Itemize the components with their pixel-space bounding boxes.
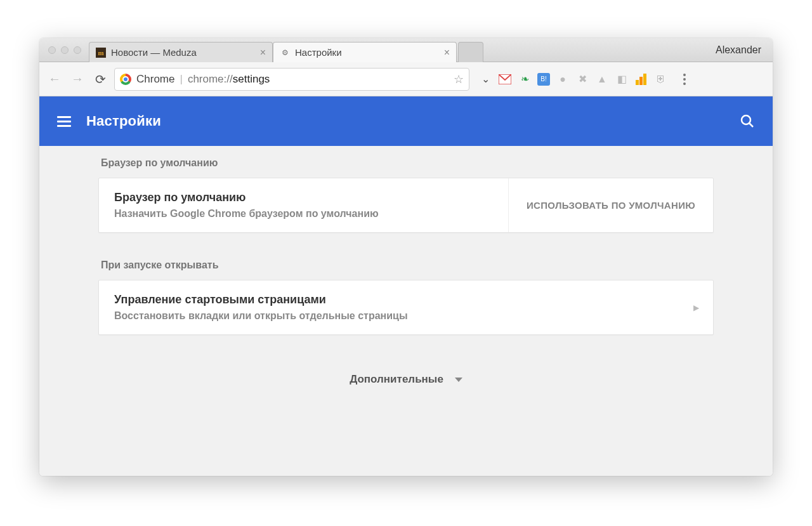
shield-icon[interactable]: ⛨ [654,72,668,86]
section-title: Браузер по умолчанию [98,157,714,178]
gmail-icon[interactable] [498,72,512,86]
browser-window: m Новости — Meduza × ⚙ Настройки × Alexa… [39,38,773,476]
menu-icon[interactable] [57,116,71,127]
gear-icon: ⚙ [280,48,290,58]
omnibox-origin: Chrome [136,73,174,86]
card-title: Браузер по умолчанию [114,191,493,204]
analytics-icon[interactable] [634,72,648,86]
tab-meduza[interactable]: m Новости — Meduza × [89,42,273,62]
card-subtitle: Восстановить вкладки или открыть отдельн… [114,310,678,322]
reload-button[interactable]: ⟳ [91,70,109,88]
chevron-right-icon: ▶ [693,280,713,334]
forward-button[interactable]: → [69,70,86,88]
svg-point-4 [742,115,750,124]
close-window-button[interactable] [48,46,56,54]
page-title: Настройки [86,113,161,129]
maximize-window-button[interactable] [74,46,81,54]
section-on-startup: При запуске открывать Управление стартов… [98,260,714,335]
omnibox-url: chrome://settings [188,73,270,86]
tab-title: Настройки [295,47,342,58]
extension-icon[interactable]: ◧ [615,72,629,86]
chrome-icon [120,74,131,85]
settings-content: Браузер по умолчанию Браузер по умолчани… [39,146,773,476]
startup-pages-card[interactable]: Управление стартовыми страницами Восстан… [98,280,714,335]
tab-title: Новости — Meduza [111,47,197,58]
search-icon[interactable] [740,114,755,129]
svg-rect-1 [636,80,639,85]
profile-label[interactable]: Alexander [704,38,773,62]
tab-settings[interactable]: ⚙ Настройки × [273,42,457,62]
settings-header: Настройки [39,96,773,146]
window-controls [39,38,89,62]
section-default-browser: Браузер по умолчанию Браузер по умолчани… [98,157,714,233]
close-tab-icon[interactable]: × [260,48,266,58]
evernote-icon[interactable]: ❧ [518,72,532,86]
omnibox[interactable]: Chrome | chrome://settings ☆ [114,68,469,91]
close-tab-icon[interactable]: × [444,48,450,58]
pocket-icon[interactable]: ⌄ [478,72,492,86]
titlebar: m Новости — Meduza × ⚙ Настройки × Alexa… [39,38,773,62]
advanced-toggle[interactable]: Дополнительные [39,373,773,386]
svg-line-5 [749,123,753,127]
set-default-button[interactable]: ИСПОЛЬЗОВАТЬ ПО УМОЛЧАНИЮ [508,178,713,232]
bookmark-star-icon[interactable]: ☆ [454,72,464,86]
meduza-favicon: m [96,48,106,58]
card-title: Управление стартовыми страницами [114,293,678,306]
minimize-window-button[interactable] [61,46,69,54]
extension-icon[interactable]: ✖ [575,72,589,86]
advanced-label: Дополнительные [350,373,443,386]
menu-button[interactable] [677,74,692,85]
chevron-down-icon [455,378,462,382]
extension-icon[interactable]: ● [556,72,570,86]
default-browser-card: Браузер по умолчанию Назначить Google Ch… [98,178,714,233]
extension-icons: ⌄ ❧ B! ● ✖ ▲ ◧ ⛨ [478,72,668,86]
svg-rect-3 [643,74,646,85]
extension-icon[interactable]: B! [537,73,550,86]
svg-rect-2 [639,77,643,85]
extension-icon[interactable]: ▲ [595,72,609,86]
new-tab-button[interactable] [458,42,483,62]
back-button[interactable]: ← [46,70,63,88]
card-subtitle: Назначить Google Chrome браузером по умо… [114,208,493,220]
section-title: При запуске открывать [98,260,714,280]
toolbar: ← → ⟳ Chrome | chrome://settings ☆ ⌄ ❧ B… [39,62,773,96]
